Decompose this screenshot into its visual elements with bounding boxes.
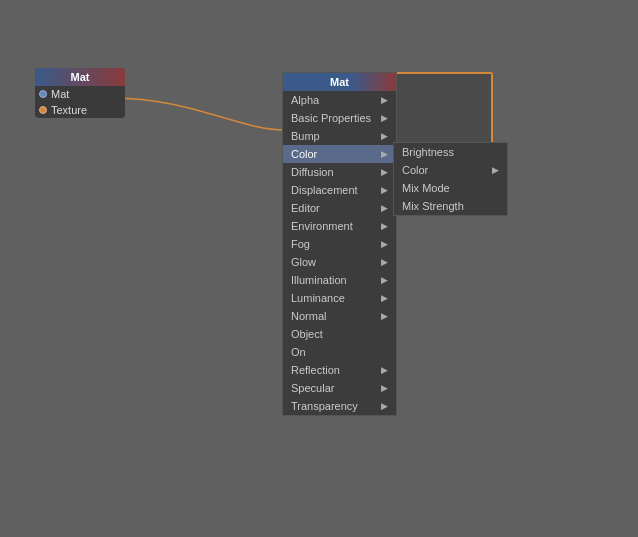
menu-item-fog-label: Fog [291, 238, 310, 250]
menu-item-environment-label: Environment [291, 220, 353, 232]
main-context-menu: Mat Alpha ▶ Basic Properties ▶ Bump ▶ Co… [282, 72, 397, 416]
mat-node-title: Mat [71, 71, 90, 83]
mat-node-row-mat: Mat [35, 86, 125, 102]
menu-item-glow[interactable]: Glow ▶ [283, 253, 396, 271]
menu-item-color-label: Color [291, 148, 317, 160]
menu-item-environment[interactable]: Environment ▶ [283, 217, 396, 235]
submenu-item-mix-mode-label: Mix Mode [402, 182, 450, 194]
menu-item-bump[interactable]: Bump ▶ [283, 127, 396, 145]
menu-item-on[interactable]: On [283, 343, 396, 361]
menu-item-bump-arrow: ▶ [381, 131, 388, 141]
menu-item-displacement[interactable]: Displacement ▶ [283, 181, 396, 199]
submenu-item-color-arrow: ▶ [492, 165, 499, 175]
menu-item-illumination[interactable]: Illumination ▶ [283, 271, 396, 289]
menu-item-luminance-label: Luminance [291, 292, 345, 304]
submenu-item-mix-mode[interactable]: Mix Mode [394, 179, 507, 197]
menu-item-diffusion-arrow: ▶ [381, 167, 388, 177]
menu-item-transparency-arrow: ▶ [381, 401, 388, 411]
menu-item-reflection-label: Reflection [291, 364, 340, 376]
menu-item-reflection-arrow: ▶ [381, 365, 388, 375]
menu-item-specular[interactable]: Specular ▶ [283, 379, 396, 397]
mat-node-label-texture: Texture [51, 104, 87, 116]
mat-dot [39, 90, 47, 98]
menu-item-displacement-arrow: ▶ [381, 185, 388, 195]
menu-item-basic-properties-label: Basic Properties [291, 112, 371, 124]
menu-item-on-label: On [291, 346, 306, 358]
menu-item-luminance[interactable]: Luminance ▶ [283, 289, 396, 307]
menu-item-normal-label: Normal [291, 310, 326, 322]
menu-item-normal[interactable]: Normal ▶ [283, 307, 396, 325]
submenu-item-color-label: Color [402, 164, 428, 176]
submenu-item-mix-strength-label: Mix Strength [402, 200, 464, 212]
main-menu-title: Mat [330, 76, 349, 88]
submenu-item-brightness[interactable]: Brightness [394, 143, 507, 161]
menu-item-color-arrow: ▶ [381, 149, 388, 159]
menu-item-alpha-label: Alpha [291, 94, 319, 106]
menu-item-normal-arrow: ▶ [381, 311, 388, 321]
menu-item-glow-arrow: ▶ [381, 257, 388, 267]
menu-item-diffusion-label: Diffusion [291, 166, 334, 178]
menu-item-illumination-label: Illumination [291, 274, 347, 286]
menu-item-transparency-label: Transparency [291, 400, 358, 412]
mat-node-label-mat: Mat [51, 88, 69, 100]
menu-item-glow-label: Glow [291, 256, 316, 268]
mat-node-header: Mat [35, 68, 125, 86]
menu-item-alpha[interactable]: Alpha ▶ [283, 91, 396, 109]
menu-item-bump-label: Bump [291, 130, 320, 142]
material-node: Mat Mat Texture [35, 68, 125, 118]
color-submenu: Brightness Color ▶ Mix Mode Mix Strength [393, 142, 508, 216]
menu-item-fog[interactable]: Fog ▶ [283, 235, 396, 253]
menu-item-editor[interactable]: Editor ▶ [283, 199, 396, 217]
menu-item-alpha-arrow: ▶ [381, 95, 388, 105]
submenu-item-brightness-label: Brightness [402, 146, 454, 158]
menu-item-diffusion[interactable]: Diffusion ▶ [283, 163, 396, 181]
mat-node-row-texture: Texture [35, 102, 125, 118]
menu-item-reflection[interactable]: Reflection ▶ [283, 361, 396, 379]
submenu-item-color[interactable]: Color ▶ [394, 161, 507, 179]
main-menu-header: Mat [283, 73, 396, 91]
menu-item-basic-properties-arrow: ▶ [381, 113, 388, 123]
menu-item-transparency[interactable]: Transparency ▶ [283, 397, 396, 415]
menu-item-displacement-label: Displacement [291, 184, 358, 196]
menu-item-illumination-arrow: ▶ [381, 275, 388, 285]
menu-item-editor-label: Editor [291, 202, 320, 214]
menu-item-basic-properties[interactable]: Basic Properties ▶ [283, 109, 396, 127]
menu-item-fog-arrow: ▶ [381, 239, 388, 249]
menu-item-specular-arrow: ▶ [381, 383, 388, 393]
menu-item-environment-arrow: ▶ [381, 221, 388, 231]
menu-item-object[interactable]: Object [283, 325, 396, 343]
menu-item-editor-arrow: ▶ [381, 203, 388, 213]
menu-item-luminance-arrow: ▶ [381, 293, 388, 303]
menu-item-object-label: Object [291, 328, 323, 340]
menu-item-specular-label: Specular [291, 382, 334, 394]
menu-item-color[interactable]: Color ▶ [283, 145, 396, 163]
texture-dot [39, 106, 47, 114]
submenu-item-mix-strength[interactable]: Mix Strength [394, 197, 507, 215]
node-canvas: Mat Mat Texture Mat Alpha ▶ Basic Proper… [0, 0, 638, 537]
